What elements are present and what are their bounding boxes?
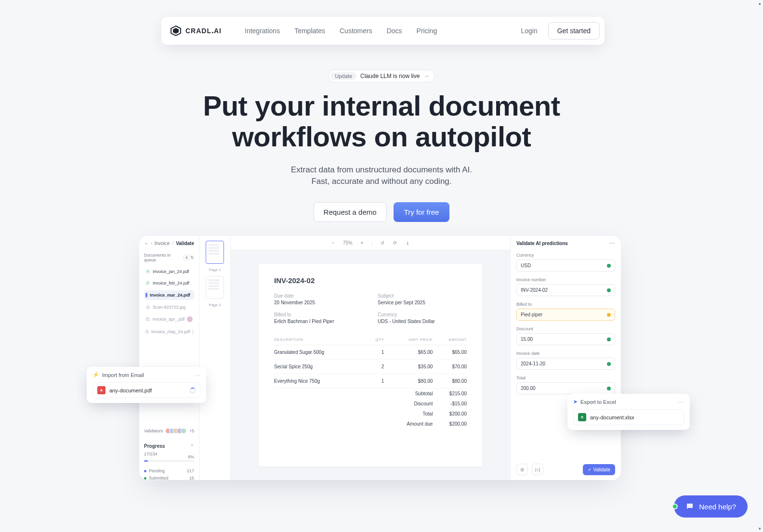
stat-pending: Pending217 [144, 468, 194, 473]
rotate-icon[interactable]: ↺ [380, 240, 385, 246]
meta-label: Due date [274, 293, 363, 298]
status-ok-icon [607, 362, 611, 366]
field-value: INV-2024-02 [521, 287, 548, 293]
update-banner[interactable]: Update Claude LLM is now live → [329, 70, 435, 82]
nav-link-templates[interactable]: Templates [294, 27, 325, 35]
refresh-icon[interactable]: ⟳ [392, 240, 398, 246]
file-item[interactable]: ▢Invoice_may_24.pdf [144, 327, 194, 337]
logo-icon [170, 25, 182, 37]
more-icon[interactable]: ··· [610, 241, 615, 246]
crumb-invoice[interactable]: Invoice [155, 241, 170, 246]
queue-header: Documents in queue 6 ⇅ [144, 253, 194, 262]
nav-link-docs[interactable]: Docs [387, 27, 402, 35]
queue-count: 6 [183, 255, 190, 260]
pending-icon [145, 293, 147, 298]
field-label: Invoice date [516, 351, 615, 356]
file-list: ✓Invoice_jan_24.pdf ✓Invoice_feb_24.pdf … [144, 267, 194, 337]
filter-icon[interactable]: ⇅ [190, 255, 194, 260]
field-total[interactable]: 200.00 [516, 382, 615, 394]
brand-logo[interactable]: CRADLAI [170, 25, 222, 37]
predictions-title: Validate AI predictions [516, 241, 568, 246]
summary-row: Subtotal$215.00 [274, 389, 467, 399]
meta-value: Service per Sept 2025 [378, 300, 467, 305]
nav-link-pricing[interactable]: Pricing [417, 27, 437, 35]
meta-label: Currency [378, 312, 467, 317]
field-currency[interactable]: USD [516, 260, 615, 272]
excel-icon: X [578, 413, 586, 421]
status-warn-icon [607, 313, 611, 317]
nav-link-integrations[interactable]: Integrations [245, 27, 280, 35]
export-file[interactable]: Xany-document.xlsx [573, 409, 684, 425]
validators-label: Validators [144, 428, 163, 433]
check-icon: ✓ [145, 269, 150, 274]
status-ok-icon [607, 264, 611, 268]
file-name: Invoice_jan_24.pdf [153, 269, 189, 274]
field-value: 15.00 [521, 337, 533, 342]
field-billed-to[interactable]: Pied piper [516, 309, 615, 321]
field-invoice-date[interactable]: 2024-11-20 [516, 358, 615, 370]
page-thumb-1[interactable] [206, 241, 224, 264]
file-item[interactable]: △Scan-923722.jpg [144, 303, 194, 311]
validate-button[interactable]: ✓Validate [583, 464, 615, 475]
file-name: Invoice_apr_.pdf [153, 317, 185, 322]
chat-icon [685, 502, 694, 511]
back-icon[interactable]: ← [144, 241, 149, 246]
field-invoice-number[interactable]: INV-2024-02 [516, 284, 615, 296]
field-discount[interactable]: 15.00 [516, 333, 615, 345]
field-label: Billed to [516, 302, 615, 307]
file-item[interactable]: ✓Invoice_jan_24.pdf [144, 267, 194, 276]
nav-links: Integrations Templates Customers Docs Pr… [245, 27, 437, 35]
nav-link-customers[interactable]: Customers [340, 27, 372, 35]
page-label: Page 1 [209, 268, 221, 272]
status-ok-icon [607, 337, 611, 341]
get-started-button[interactable]: Get started [548, 22, 600, 39]
check-icon: ✓ [588, 467, 592, 472]
col-qty: QTY [368, 335, 384, 345]
zoom-in-icon[interactable]: + [359, 240, 365, 246]
svg-marker-1 [173, 28, 179, 34]
page-thumbnails: Page 1 Page 2 [199, 236, 231, 480]
meta-value: Erlich Bachman / Pied Piper [274, 319, 363, 324]
file-item[interactable]: ✓Invoice_feb_24.pdf [144, 279, 194, 287]
field-label: Total [516, 376, 615, 380]
hero-title: Put your internal documentworkflows on a… [165, 91, 598, 152]
table-row: Everything Nice 750g1$80.00$80.00 [274, 374, 467, 389]
product-preview: ← Invoice/Validate Documents in queue 6 … [139, 236, 621, 480]
file-item[interactable]: ▢Invoice_apr_.pdf [144, 314, 194, 324]
discard-button[interactable]: ⊘ [516, 464, 528, 475]
file-name: Invoice_mar_24.pdf [150, 293, 190, 298]
request-demo-button[interactable]: Request a demo [314, 202, 387, 222]
help-widget[interactable]: Need help? [674, 495, 748, 518]
arrow-right-icon: → [423, 73, 429, 79]
page-label: Page 2 [209, 303, 221, 307]
zoom-out-icon[interactable]: − [330, 240, 336, 246]
check-icon: ✓ [145, 281, 150, 285]
hero: Put your internal documentworkflows on a… [165, 91, 598, 222]
field-value: 2024-11-20 [521, 361, 545, 366]
download-icon[interactable]: ⤓ [405, 240, 410, 246]
import-file[interactable]: Aany-document.pdf [92, 382, 200, 398]
table-row: Secial Spice 250g2$35.00$70.00 [274, 360, 467, 374]
brand-name: CRADLAI [185, 27, 222, 35]
predictions-header: Validate AI predictions··· [516, 241, 615, 246]
progress-count: 17/234 [144, 452, 194, 456]
document-pane: − 75% + | ↺ ⟳ ⤓ INV-2024-02 Due date20 N… [231, 236, 510, 480]
try-free-button[interactable]: Try for free [394, 202, 450, 222]
more-icon[interactable]: ··· [678, 399, 684, 405]
col-unit: UNIT PRICE [384, 335, 433, 345]
more-icon[interactable]: ··· [195, 372, 200, 378]
page-thumb-2[interactable] [206, 276, 224, 299]
file-item-active[interactable]: Invoice_mar_24.pdf [144, 290, 194, 300]
import-title: Import from Email [102, 372, 144, 378]
nav-login[interactable]: Login [521, 27, 537, 35]
table-row: Granulated Sugar 500g1$65.00$65.00 [274, 345, 467, 360]
skip-button[interactable]: ▷| [532, 464, 543, 475]
progress-header[interactable]: Progress⌃ [144, 443, 194, 449]
validators-more: +5 [189, 428, 194, 433]
progress-label: Progress [144, 443, 165, 449]
meta-value: UDS - United States Dollar [378, 319, 467, 324]
field-label: Currency [516, 253, 615, 258]
viewer-toolbar: − 75% + | ↺ ⟳ ⤓ [231, 236, 510, 250]
file-name: Invoice_feb_24.pdf [153, 281, 189, 285]
app-icon [151, 241, 152, 246]
